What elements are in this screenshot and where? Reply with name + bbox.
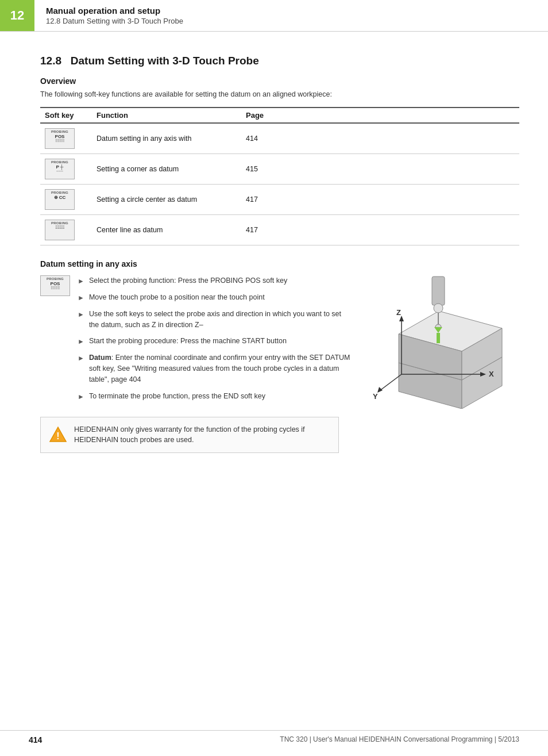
col-header-page: Page — [241, 108, 519, 123]
step-item: ► Select the probing function: Press the… — [78, 275, 353, 286]
table-cell-icon: PROBING ⊕ CC — [40, 184, 92, 214]
page-footer: 414 TNC 320 | User's Manual HEIDENHAIN C… — [0, 730, 548, 745]
step-item: ► Datum: Enter the nominal coordinate an… — [78, 352, 353, 385]
table-cell-page: 415 — [241, 153, 519, 184]
step-1: PROBING POS ⠿⠿⠿⠿ ► Select the probing fu… — [40, 275, 353, 408]
soft-key-table: Soft key Function Page PROBING POS ⠿⠿⠿⠿ — [40, 107, 519, 245]
step-arrow-icon: ► — [78, 353, 84, 363]
datum-left-col: Datum setting in any axis PROBING POS ⠿⠿… — [40, 259, 353, 453]
warning-icon: ! — [49, 425, 67, 444]
step-arrow-icon: ► — [78, 309, 84, 320]
page-wrapper: 12 Manual operation and setup 12.8 Datum… — [0, 0, 548, 756]
svg-text:X: X — [489, 370, 494, 378]
step-arrow-icon: ► — [78, 392, 84, 402]
step-text: To terminate the probe function, press t… — [89, 391, 265, 402]
table-row: PROBING ⊕ CC Setting a circle center as … — [40, 184, 519, 214]
svg-text:Z: Z — [396, 308, 401, 317]
table-cell-page: 417 — [241, 214, 519, 245]
svg-marker-18 — [377, 387, 383, 393]
step-arrow-icon: ► — [78, 276, 84, 286]
step-1-icon: PROBING POS ⠿⠿⠿⠿ — [40, 275, 72, 296]
softkey-probing-cc: PROBING ⊕ CC — [45, 189, 75, 210]
svg-rect-8 — [432, 277, 445, 305]
col-header-function: Function — [92, 108, 241, 123]
svg-line-17 — [379, 374, 402, 392]
softkey-probing-pos-2: PROBING POS ⠿⠿⠿⠿ — [40, 275, 70, 296]
section-title: 12.8 Datum Setting with 3-D Touch Probe — [40, 55, 519, 67]
table-row: PROBING ⣿⣿⣿⣿ Center line as datum 417 — [40, 214, 519, 245]
svg-point-9 — [434, 304, 443, 313]
table-row: PROBING P ┼ ╌╌╌ Setting a corner as datu… — [40, 153, 519, 184]
step-arrow-icon: ► — [78, 336, 84, 347]
step-item: ► Start the probing procedure: Press the… — [78, 336, 353, 347]
header-main-title: Manual operation and setup — [46, 6, 183, 16]
table-cell-icon: PROBING P ┼ ╌╌╌ — [40, 153, 92, 184]
overview-title: Overview — [40, 76, 519, 86]
table-cell-icon: PROBING ⣿⣿⣿⣿ — [40, 214, 92, 245]
step-item: ► Move the touch probe to a position nea… — [78, 292, 353, 303]
steps-list: ► Select the probing function: Press the… — [78, 275, 353, 408]
table-row: PROBING POS ⠿⠿⠿⠿ Datum setting in any ax… — [40, 123, 519, 154]
svg-text:!: ! — [56, 431, 59, 441]
step-text: Use the soft keys to select the probe ax… — [89, 309, 353, 331]
softkey-probing-centerline: PROBING ⣿⣿⣿⣿ — [45, 220, 75, 240]
table-cell-page: 414 — [241, 123, 519, 154]
table-cell-icon: PROBING POS ⠿⠿⠿⠿ — [40, 123, 92, 154]
step-arrow-icon: ► — [78, 293, 84, 303]
datum-setting-section: Datum setting in any axis PROBING POS ⠿⠿… — [40, 259, 519, 453]
table-cell-function: Datum setting in any axis with — [92, 123, 241, 154]
table-cell-function: Setting a circle center as datum — [92, 184, 241, 214]
svg-rect-13 — [437, 333, 440, 343]
step-text: Move the touch probe to a position near … — [89, 292, 265, 303]
col-header-softkey: Soft key — [40, 108, 92, 123]
table-cell-page: 417 — [241, 184, 519, 214]
footer-doc-info: TNC 320 | User's Manual HEIDENHAIN Conve… — [280, 735, 519, 745]
header-sub-title: 12.8 Datum Setting with 3-D Touch Probe — [46, 17, 183, 25]
warning-triangle-svg: ! — [49, 425, 67, 444]
datum-bold: Datum — [89, 354, 111, 362]
datum-section-title: Datum setting in any axis — [40, 259, 353, 268]
chapter-number: 12 — [0, 0, 34, 31]
page-number: 414 — [29, 735, 42, 745]
content-area: 12.8 Datum Setting with 3-D Touch Probe … — [0, 32, 548, 476]
table-cell-function: Center line as datum — [92, 214, 241, 245]
top-header: 12 Manual operation and setup 12.8 Datum… — [0, 0, 548, 32]
softkey-probing-corner: PROBING P ┼ ╌╌╌ — [45, 159, 75, 179]
warning-box: ! HEIDENHAIN only gives warranty for the… — [40, 417, 339, 454]
step-item: ► To terminate the probe function, press… — [78, 391, 353, 402]
step-text: Select the probing function: Press the P… — [89, 275, 287, 286]
warning-text: HEIDENHAIN only gives warranty for the f… — [74, 424, 330, 446]
overview-text: The following soft-key functions are ava… — [40, 89, 519, 100]
probe-illustration-svg: Z Y X — [370, 259, 514, 409]
step-text: Datum: Enter the nominal coordinate and … — [89, 352, 353, 385]
svg-text:Y: Y — [373, 392, 378, 401]
datum-illustration: Z Y X — [364, 259, 519, 453]
softkey-probing-pos-1: PROBING POS ⠿⠿⠿⠿ — [45, 128, 75, 149]
table-cell-function: Setting a corner as datum — [92, 153, 241, 184]
header-text: Manual operation and setup 12.8 Datum Se… — [34, 0, 195, 31]
step-item: ► Use the soft keys to select the probe … — [78, 309, 353, 331]
step-text: Start the probing procedure: Press the m… — [89, 336, 287, 347]
